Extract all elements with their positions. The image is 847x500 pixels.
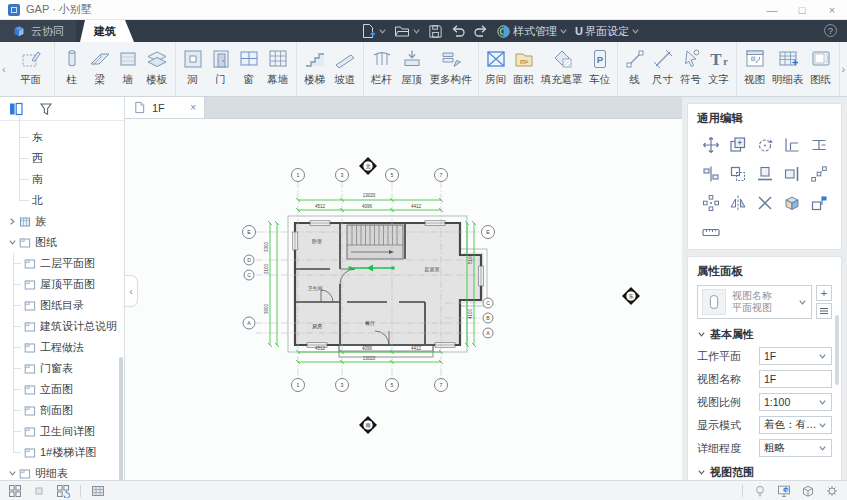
sync-views-icon[interactable] (56, 484, 70, 498)
table-view-icon[interactable] (91, 484, 105, 498)
view-name-input[interactable]: 1F (759, 370, 832, 388)
sidebar-item-door-window-schedule[interactable]: 门窗表 (0, 358, 124, 379)
sidebar-item-second-floor-plan[interactable]: 二层平面图 (0, 253, 124, 274)
sidebar-item-north[interactable]: 北 (0, 190, 124, 211)
ribbon-button-fill-mask[interactable]: 填充遮罩 (538, 47, 586, 96)
trim-icon[interactable] (782, 135, 802, 155)
sidebar-scrollbar[interactable] (119, 357, 123, 480)
sidebar-item-design-notes[interactable]: 建筑设计总说明 (0, 316, 124, 337)
view-tab-1f[interactable]: 1F × (125, 97, 205, 118)
ribbon-button-line[interactable]: 线 (621, 47, 649, 96)
ribbon-expand-right[interactable]: › (840, 42, 847, 96)
ribbon-button-slab[interactable]: 楼板 (142, 47, 172, 96)
open-file-button[interactable] (394, 23, 421, 39)
maximize-button[interactable]: □ (795, 4, 809, 16)
ribbon-button-door[interactable]: 门 (207, 47, 235, 96)
chevron-right-icon[interactable] (8, 217, 19, 226)
attach-icon[interactable] (809, 193, 829, 213)
ribbon-button-roof[interactable]: 屋顶 (397, 47, 427, 96)
array-path-icon[interactable] (809, 164, 829, 184)
floor-plan-viewport[interactable]: 13020 4512 4096 4412 4512 4096 4412 1302… (125, 119, 682, 480)
new-file-button[interactable] (360, 23, 387, 39)
align-right-icon[interactable] (782, 164, 802, 184)
sidebar-item-sheet-catalog[interactable]: 图纸目录 (0, 295, 124, 316)
align-icon[interactable] (701, 164, 721, 184)
chevron-down-icon[interactable] (8, 469, 19, 478)
style-manage-button[interactable]: 样式管理 (496, 24, 568, 39)
sidebar-item-bathroom-detail[interactable]: 卫生间详图 (0, 421, 124, 442)
ribbon-button-beam[interactable]: 梁 (86, 47, 114, 96)
sidebar-item-sections[interactable]: 剖面图 (0, 400, 124, 421)
tab-cloud-collab[interactable]: 云协同 (0, 20, 76, 42)
ribbon-button-window[interactable]: 窗 (235, 47, 263, 96)
properties-scrollbar[interactable] (835, 315, 839, 385)
elevation-marker-east[interactable]: 东 (622, 287, 640, 305)
view-scale-select[interactable]: 1:100 (759, 393, 832, 411)
undo-button[interactable] (450, 23, 466, 39)
ribbon-button-stair[interactable]: 楼梯 (300, 47, 330, 96)
extend-icon[interactable] (809, 135, 829, 155)
sidebar-item-stair-detail[interactable]: 1#楼梯详图 (0, 442, 124, 463)
move-icon[interactable] (701, 135, 721, 155)
ribbon-button-ref-plane[interactable]: 平面 (11, 47, 51, 96)
panel-layout-icon[interactable] (9, 102, 23, 116)
section-view-range[interactable]: 视图范围 (697, 465, 832, 480)
hint-bulb-icon[interactable] (753, 484, 767, 498)
ribbon-button-room[interactable]: 房间 (482, 47, 510, 96)
display-mode-select[interactable]: 着色：有光照，无 (759, 416, 832, 434)
monitor-3d-icon[interactable] (777, 484, 791, 498)
offset-icon[interactable] (728, 164, 748, 184)
tab-architecture[interactable]: 建筑 (80, 20, 134, 42)
rotate-icon[interactable] (755, 135, 775, 155)
ribbon-button-symbol[interactable]: 符号 (677, 47, 705, 96)
3d-box-icon[interactable] (801, 484, 815, 498)
detail-level-select[interactable]: 粗略 (759, 439, 832, 457)
ribbon-button-text[interactable]: 文字 (705, 47, 733, 96)
mirror-icon[interactable] (728, 193, 748, 213)
delete-icon[interactable] (755, 193, 775, 213)
sidebar-item-sheets[interactable]: 图纸 (0, 232, 124, 253)
elevation-marker-south[interactable]: 南 (359, 416, 377, 434)
ribbon-button-schedule[interactable]: 明细表 (770, 47, 806, 96)
ribbon-button-dimension[interactable]: 尺寸 (649, 47, 677, 96)
ribbon-button-area[interactable]: 面积 (510, 47, 538, 96)
close-button[interactable]: × (825, 4, 839, 16)
ribbon-button-column[interactable]: 柱 (58, 47, 86, 96)
3d-box-icon[interactable] (782, 193, 802, 213)
chevron-down-icon[interactable] (8, 238, 19, 247)
ribbon-button-ramp[interactable]: 坡道 (330, 47, 360, 96)
ribbon-button-sheet[interactable]: 图纸 (806, 47, 836, 96)
minimize-button[interactable]: — (765, 4, 779, 16)
sidebar-item-schedules[interactable]: 明细表 (0, 463, 124, 480)
ribbon-button-wall[interactable]: 墙 (114, 47, 142, 96)
grid-view-icon[interactable] (8, 484, 22, 498)
measure-icon[interactable] (701, 222, 721, 242)
ribbon-collapse-left[interactable]: ‹ (0, 42, 8, 96)
sidebar-item-construction-methods[interactable]: 工程做法 (0, 337, 124, 358)
array-icon[interactable] (701, 193, 721, 213)
ribbon-button-more-components[interactable]: 更多构件 (427, 47, 475, 96)
help-button[interactable]: ? (824, 24, 837, 37)
single-view-icon[interactable] (32, 484, 46, 498)
sidebar-collapse-handle[interactable]: ‹ (125, 275, 138, 307)
elevation-marker-north[interactable]: 北 (359, 157, 377, 175)
gear-icon[interactable] (825, 484, 839, 498)
ribbon-button-view[interactable]: 视图 (740, 47, 770, 96)
close-tab-icon[interactable]: × (190, 102, 196, 113)
align-bottom-icon[interactable] (755, 164, 775, 184)
work-plane-select[interactable]: 1F (759, 347, 832, 365)
sidebar-item-elevations[interactable]: 立面图 (0, 379, 124, 400)
sidebar-item-roof-plan[interactable]: 屋顶平面图 (0, 274, 124, 295)
ribbon-button-curtain-wall[interactable]: 幕墙 (263, 47, 293, 96)
ribbon-button-parking[interactable]: 车位 (586, 47, 614, 96)
property-list-button[interactable] (816, 303, 832, 319)
sidebar-item-family[interactable]: 族 (0, 211, 124, 232)
ribbon-button-opening[interactable]: 洞 (179, 47, 207, 96)
filter-icon[interactable] (39, 102, 53, 116)
ribbon-button-railing[interactable]: 栏杆 (367, 47, 397, 96)
copy-icon[interactable] (728, 135, 748, 155)
save-button[interactable] (428, 24, 443, 39)
type-selector[interactable]: 视图名称 平面视图 (697, 285, 812, 319)
ui-settings-button[interactable]: U界面设定 (575, 24, 640, 39)
add-property-button[interactable]: + (816, 285, 832, 301)
